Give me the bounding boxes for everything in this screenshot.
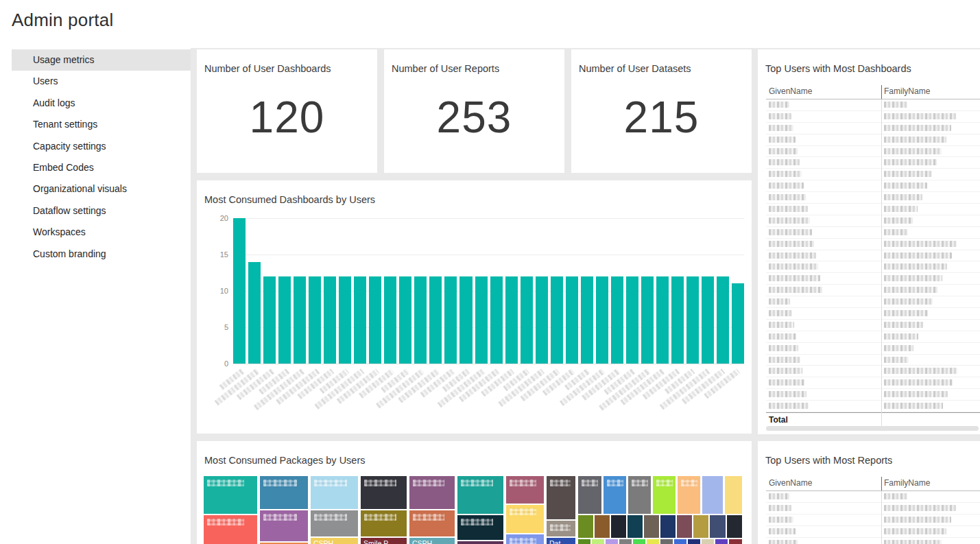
treemap-tile[interactable] (701, 539, 715, 544)
treemap-tile[interactable] (632, 539, 646, 544)
packages-treemap: CSPHSmile PCSPHDat (203, 475, 743, 544)
treemap-tile[interactable] (259, 510, 309, 542)
treemap-tile[interactable] (652, 475, 676, 515)
table-row[interactable] (766, 192, 980, 204)
table-row[interactable] (766, 123, 980, 134)
column-header-familyname[interactable]: FamilyName (884, 86, 930, 96)
treemap-tile[interactable] (457, 515, 504, 541)
treemap-tile[interactable] (702, 475, 724, 515)
treemap-tile[interactable] (577, 475, 602, 515)
treemap-tile[interactable] (577, 539, 591, 544)
treemap-tile[interactable] (660, 539, 673, 544)
treemap-tile[interactable] (505, 504, 545, 534)
treemap-tile[interactable] (360, 475, 407, 510)
treemap-tile[interactable] (728, 539, 743, 544)
treemap-tile[interactable] (646, 539, 660, 544)
treemap-tile[interactable] (457, 475, 504, 515)
sidebar-item-workspaces[interactable]: Workspaces (12, 222, 191, 243)
treemap-tile[interactable]: CSPH (310, 537, 359, 544)
treemap-tile[interactable] (457, 541, 504, 544)
treemap-tile[interactable] (627, 515, 643, 539)
treemap-tile[interactable] (546, 520, 576, 537)
table-row[interactable] (766, 169, 980, 180)
table-row[interactable] (766, 261, 980, 273)
table-row[interactable] (766, 273, 980, 285)
table-row[interactable] (766, 111, 980, 123)
table-row[interactable] (766, 227, 980, 239)
table-row[interactable] (766, 377, 980, 389)
table-row[interactable] (766, 99, 980, 111)
treemap-tile[interactable] (409, 510, 455, 537)
treemap-tile[interactable] (203, 515, 258, 544)
treemap-tile[interactable]: Dat (546, 537, 576, 544)
table-row[interactable] (766, 250, 980, 262)
sidebar-item-custom-branding[interactable]: Custom branding (12, 244, 191, 265)
table-row[interactable] (766, 401, 980, 412)
table-row[interactable] (766, 366, 980, 377)
table-row[interactable] (766, 389, 980, 401)
table-row[interactable] (766, 204, 980, 215)
treemap-tile[interactable] (409, 475, 455, 510)
treemap-tile[interactable]: Smile P (360, 537, 407, 544)
column-header-givenname[interactable]: GivenName (769, 478, 812, 488)
treemap-tile[interactable] (259, 475, 309, 510)
horizontal-scrollbar[interactable] (766, 426, 979, 431)
treemap-tile[interactable] (310, 510, 359, 537)
table-row[interactable] (766, 215, 980, 227)
treemap-tile[interactable] (505, 534, 545, 544)
treemap-tile[interactable] (628, 475, 652, 515)
treemap-tile[interactable] (676, 515, 693, 539)
treemap-tile[interactable] (709, 515, 726, 539)
table-row[interactable] (766, 355, 980, 366)
table-row[interactable] (766, 308, 980, 320)
treemap-tile[interactable] (619, 539, 632, 544)
sidebar-item-users[interactable]: Users (12, 71, 191, 92)
table-row[interactable] (766, 146, 980, 158)
treemap-tile[interactable] (310, 475, 359, 510)
treemap-tile[interactable] (643, 515, 660, 539)
treemap-tile[interactable] (203, 475, 258, 515)
column-header-givenname[interactable]: GivenName (769, 86, 812, 96)
table-row[interactable] (766, 526, 980, 538)
table-row[interactable] (766, 515, 980, 526)
treemap-tile[interactable] (360, 510, 407, 537)
treemap-tile[interactable] (677, 475, 701, 515)
treemap-tile[interactable] (577, 515, 594, 539)
treemap-tile[interactable] (673, 539, 687, 544)
treemap-tile[interactable] (610, 515, 627, 539)
treemap-tile[interactable] (660, 515, 676, 539)
table-row[interactable] (766, 343, 980, 355)
treemap-tile[interactable] (693, 515, 709, 539)
treemap-tile[interactable] (605, 539, 619, 544)
sidebar-item-audit-logs[interactable]: Audit logs (12, 93, 191, 114)
sidebar-item-tenant-settings[interactable]: Tenant settings (12, 114, 191, 135)
sidebar-item-embed-codes[interactable]: Embed Codes (12, 157, 191, 178)
treemap-tile[interactable] (687, 539, 701, 544)
table-row[interactable] (766, 503, 980, 515)
table-row[interactable] (766, 239, 980, 250)
treemap-tile[interactable] (546, 475, 576, 520)
treemap-tile[interactable] (505, 475, 545, 504)
table-row[interactable] (766, 296, 980, 308)
table-row[interactable] (766, 320, 980, 331)
sidebar-item-usage-metrics[interactable]: Usage metrics (12, 49, 191, 71)
sidebar-item-capacity-settings[interactable]: Capacity settings (12, 136, 191, 157)
table-row[interactable] (766, 180, 980, 192)
sidebar-item-organizational-visuals[interactable]: Organizational visuals (12, 178, 191, 200)
table-row[interactable] (766, 331, 980, 343)
table-row[interactable] (766, 157, 980, 169)
table-row[interactable] (766, 134, 980, 146)
treemap-label-redacted (364, 514, 396, 521)
table-row[interactable] (766, 538, 980, 544)
treemap-tile[interactable] (724, 475, 743, 515)
treemap-tile[interactable] (591, 539, 605, 544)
treemap-tile[interactable] (594, 515, 610, 539)
column-header-familyname[interactable]: FamilyName (884, 478, 930, 488)
treemap-tile[interactable]: CSPH (409, 537, 455, 544)
table-row[interactable] (766, 285, 980, 296)
treemap-tile[interactable] (603, 475, 627, 515)
treemap-tile[interactable] (715, 539, 728, 544)
treemap-tile[interactable] (726, 515, 743, 539)
table-row[interactable] (766, 491, 980, 503)
sidebar-item-dataflow-settings[interactable]: Dataflow settings (12, 200, 191, 222)
